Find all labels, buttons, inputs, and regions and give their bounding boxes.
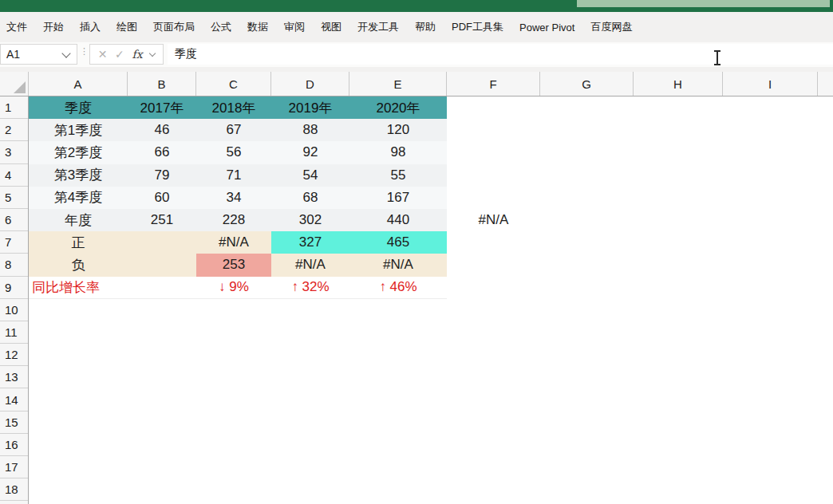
cell-D4[interactable]: 54 [271,164,349,187]
cell-E2[interactable]: 120 [349,119,447,141]
cell-E1[interactable]: 2020年 [349,96,447,119]
cell-B7[interactable] [128,231,196,254]
menu-item-插入[interactable]: 插入 [80,20,101,34]
row-header-2[interactable]: 2 [0,119,28,141]
cell-C3[interactable]: 56 [196,141,271,163]
row-header-3[interactable]: 3 [0,141,28,163]
name-box-chevron-down-icon[interactable] [61,49,70,57]
sheet-cells[interactable]: 季度2017年2018年2019年2020年第1季度466788120第2季度6… [29,96,833,504]
cell-F6[interactable]: #N/A [447,209,540,231]
cell-D1[interactable]: 2019年 [271,96,349,119]
cell-A7[interactable]: 正 [29,231,128,254]
menu-item-公式[interactable]: 公式 [211,20,231,34]
menu-item-开始[interactable]: 开始 [43,20,64,34]
cell-E6[interactable]: 440 [349,209,447,231]
cell-A2[interactable]: 第1季度 [29,119,128,141]
cell-A9[interactable]: 同比增长率 [29,277,128,299]
row-header-9[interactable]: 9 [0,277,28,299]
row-header-11[interactable]: 11 [0,321,28,344]
column-header-I[interactable]: I [723,72,818,96]
row-header-8[interactable]: 8 [0,254,28,276]
cell-A8[interactable]: 负 [29,254,128,276]
cell-B4[interactable]: 79 [128,164,196,187]
cell-C6[interactable]: 228 [196,209,271,231]
cell-E7[interactable]: 465 [349,231,447,254]
cell-B1[interactable]: 2017年 [128,96,196,119]
cell-C9[interactable]: ↓ 9% [196,277,271,299]
cell-D5[interactable]: 68 [271,187,349,209]
cell-B3[interactable]: 66 [128,141,196,163]
row-header-16[interactable]: 16 [0,434,28,456]
menu-item-数据[interactable]: 数据 [247,20,268,34]
column-header-E[interactable]: E [349,72,447,96]
fx-chevron-down-icon[interactable] [149,50,156,57]
cell-B6[interactable]: 251 [128,209,196,231]
name-box[interactable]: A1 [0,44,77,65]
row-header-4[interactable]: 4 [0,164,28,187]
cell-D2[interactable]: 88 [271,119,349,141]
column-header-D[interactable]: D [271,72,349,96]
row-header-5[interactable]: 5 [0,187,28,209]
cell-A6[interactable]: 年度 [29,209,128,231]
cell-C5[interactable]: 34 [196,187,271,209]
column-header-B[interactable]: B [128,72,196,96]
formula-input[interactable]: 季度 [168,44,833,65]
row-header-6[interactable]: 6 [0,209,28,231]
table-row-7: 正#N/A327465 [29,231,447,254]
menu-item-Power Pivot[interactable]: Power Pivot [519,22,574,33]
cell-D8[interactable]: #N/A [271,254,349,276]
cell-E9[interactable]: ↑ 46% [349,277,447,299]
row-header-19[interactable]: 19 [0,501,28,504]
menu-item-百度网盘[interactable]: 百度网盘 [590,20,632,34]
cell-B5[interactable]: 60 [128,187,196,209]
cell-A3[interactable]: 第2季度 [29,141,128,163]
row-header-18[interactable]: 18 [0,478,28,501]
select-all-corner[interactable] [0,72,29,96]
cell-C1[interactable]: 2018年 [196,96,271,119]
menu-item-绘图[interactable]: 绘图 [116,20,137,34]
menu-item-帮助[interactable]: 帮助 [415,20,436,34]
titlebar-search-area[interactable] [577,0,830,7]
cell-E4[interactable]: 55 [349,164,447,187]
cell-C7[interactable]: #N/A [196,231,271,254]
column-header-F[interactable]: F [447,72,540,96]
table-row-2: 第1季度466788120 [29,119,447,141]
menu-item-审阅[interactable]: 审阅 [284,20,305,34]
menu-item-页面布局[interactable]: 页面布局 [153,20,195,34]
enter-icon[interactable]: ✓ [115,48,124,61]
column-header-H[interactable]: H [634,72,723,96]
column-header-C[interactable]: C [196,72,271,96]
cell-B9[interactable] [128,277,196,299]
cell-E5[interactable]: 167 [349,187,447,209]
cell-B2[interactable]: 46 [128,119,196,141]
cell-C8[interactable]: 253 [196,254,271,276]
row-header-1[interactable]: 1 [0,96,28,119]
column-header-G[interactable]: G [540,72,634,96]
row-header-10[interactable]: 10 [0,299,28,321]
cell-A5[interactable]: 第4季度 [29,187,128,209]
column-header-A[interactable]: A [29,72,128,96]
cell-C2[interactable]: 67 [196,119,271,141]
cell-D3[interactable]: 92 [271,141,349,163]
row-header-17[interactable]: 17 [0,456,28,478]
row-header-14[interactable]: 14 [0,388,28,411]
cell-E8[interactable]: #N/A [349,254,447,276]
cell-D9[interactable]: ↑ 32% [271,277,349,299]
cell-E3[interactable]: 98 [349,141,447,163]
cell-D7[interactable]: 327 [271,231,349,254]
menu-item-文件[interactable]: 文件 [6,20,27,34]
cell-B8[interactable] [128,254,196,276]
cell-A1[interactable]: 季度 [29,96,128,119]
row-header-12[interactable]: 12 [0,344,28,366]
insert-function-icon[interactable]: fx [132,48,143,61]
cell-C4[interactable]: 71 [196,164,271,187]
cancel-icon[interactable]: ✕ [98,48,108,61]
row-header-7[interactable]: 7 [0,231,28,254]
menu-item-PDF工具集[interactable]: PDF工具集 [452,20,503,34]
menu-item-视图[interactable]: 视图 [321,20,341,34]
menu-item-开发工具[interactable]: 开发工具 [357,20,399,34]
cell-D6[interactable]: 302 [271,209,349,231]
row-header-15[interactable]: 15 [0,411,28,434]
cell-A4[interactable]: 第3季度 [29,164,128,187]
row-header-13[interactable]: 13 [0,366,28,388]
